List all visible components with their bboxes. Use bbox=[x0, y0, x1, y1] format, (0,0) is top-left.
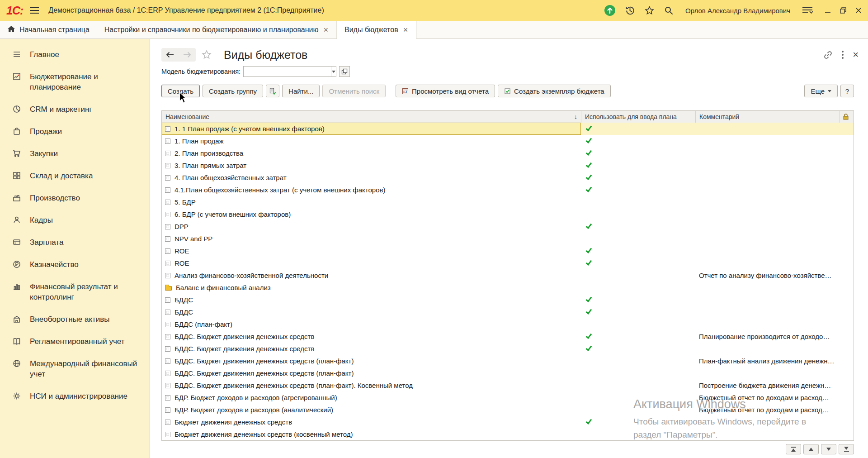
comment-cell bbox=[695, 208, 839, 220]
table-row[interactable]: 1. 1 План продаж (с учетом внешних факто… bbox=[162, 123, 854, 135]
sidebar-item-14[interactable]: НСИ и администрирование bbox=[0, 385, 149, 407]
table-row[interactable]: ROE bbox=[162, 245, 854, 257]
copy-item-button[interactable] bbox=[266, 85, 279, 97]
element-icon bbox=[165, 224, 170, 229]
back-button[interactable] bbox=[161, 48, 179, 62]
sidebar-item-9[interactable]: Казначейство bbox=[0, 253, 149, 276]
favorite-page-star-icon[interactable] bbox=[201, 49, 212, 60]
history-icon[interactable] bbox=[625, 5, 635, 16]
table-row[interactable]: 1. План продаж bbox=[162, 135, 854, 147]
create-button[interactable]: Создать bbox=[161, 85, 200, 97]
get-link-icon[interactable] bbox=[823, 50, 833, 60]
table-row[interactable]: БДДС bbox=[162, 294, 854, 306]
restore-button[interactable] bbox=[840, 7, 846, 14]
sidebar-item-8[interactable]: Зарплата bbox=[0, 231, 149, 253]
combo-dropdown-icon[interactable] bbox=[331, 67, 336, 76]
sidebar-item-12[interactable]: Регламентированный учет bbox=[0, 330, 149, 353]
table-row[interactable]: Бюджет движения денежных средств bbox=[162, 416, 854, 428]
row-name: ROE bbox=[175, 259, 189, 267]
column-header-use-plan[interactable]: Использовать для ввода плана bbox=[581, 111, 695, 123]
use-plan-cell bbox=[581, 343, 695, 355]
table-row[interactable]: 3. План прямых затрат bbox=[162, 159, 854, 172]
column-header-name[interactable]: Наименование ↓ bbox=[162, 111, 581, 123]
go-to-top-button[interactable] bbox=[786, 444, 801, 454]
row-name: 2. План производства bbox=[175, 149, 243, 157]
tab-0[interactable]: Начальная страница bbox=[0, 21, 97, 38]
create-budget-instance-label: Создать экземпляр бюджета bbox=[514, 87, 604, 95]
sidebar-item-3[interactable]: Продажи bbox=[0, 120, 149, 143]
table-row[interactable]: БДДС. Бюджет движения денежных средств (… bbox=[162, 355, 854, 367]
sidebar-item-13[interactable]: Международный финансовый учет bbox=[0, 353, 149, 385]
search-icon[interactable] bbox=[664, 5, 674, 15]
table-row[interactable]: NPV and PP bbox=[162, 233, 854, 245]
table-row[interactable]: БДР. Бюджет доходов и расходов (аналитич… bbox=[162, 404, 854, 416]
sidebar-item-6[interactable]: Производство bbox=[0, 187, 149, 209]
row-comment: Планирование производится от доходо… bbox=[699, 333, 830, 340]
tab-close-icon[interactable]: × bbox=[402, 26, 409, 34]
sidebar-item-0[interactable]: Главное bbox=[0, 43, 149, 66]
table-row[interactable]: 6. БДР (с учетом внешних факторов) bbox=[162, 208, 854, 220]
create-group-button[interactable]: Создать группу bbox=[203, 85, 263, 97]
comment-cell bbox=[695, 367, 839, 379]
forward-button[interactable] bbox=[179, 48, 196, 62]
comment-cell bbox=[695, 428, 839, 440]
table-row[interactable]: ROE bbox=[162, 257, 854, 269]
table-row[interactable]: 4. План общехозяйственных затрат bbox=[162, 172, 854, 184]
row-name: Анализ финансово-хозяйственной деятельно… bbox=[175, 272, 328, 279]
lock-cell bbox=[839, 330, 853, 343]
use-plan-cell bbox=[581, 306, 695, 318]
table-row[interactable]: 2. План производства bbox=[162, 147, 854, 159]
close-window-button[interactable] bbox=[855, 7, 862, 14]
use-plan-cell bbox=[581, 257, 695, 269]
table-row[interactable]: БДДС. Бюджет движения денежных средств (… bbox=[162, 367, 854, 379]
tab-1[interactable]: Настройки и справочники по бюджетировани… bbox=[97, 21, 337, 38]
more-button[interactable]: Еще bbox=[804, 85, 838, 97]
sidebar-item-4[interactable]: Закупки bbox=[0, 143, 149, 165]
comment-cell: Отчет по анализу финансово-хозяйстве… bbox=[695, 269, 839, 281]
tab-bar: Начальная страницаНастройки и справочник… bbox=[0, 21, 868, 39]
table-row[interactable]: БДДС (план-факт) bbox=[162, 318, 854, 330]
main-menu-icon[interactable] bbox=[29, 6, 39, 14]
table-row[interactable]: БДДС bbox=[162, 306, 854, 318]
more-actions-icon[interactable] bbox=[842, 51, 844, 59]
table-row[interactable]: 5. БДР bbox=[162, 196, 854, 208]
table-row[interactable]: Баланс и финансовый анализ bbox=[162, 281, 854, 294]
sidebar-item-2[interactable]: CRM и маркетинг bbox=[0, 98, 149, 120]
sidebar-item-10[interactable]: Финансовый результат и контроллинг bbox=[0, 276, 149, 308]
row-name: БДДС (план-факт) bbox=[175, 320, 232, 328]
table-row[interactable]: БДДС. Бюджет движения денежных средствПл… bbox=[162, 330, 854, 343]
find-button[interactable]: Найти... bbox=[282, 85, 320, 97]
sidebar-item-5[interactable]: Склад и доставка bbox=[0, 165, 149, 187]
go-to-bottom-button[interactable] bbox=[839, 444, 854, 454]
close-form-icon[interactable]: × bbox=[853, 50, 859, 60]
create-budget-instance-button[interactable]: Создать экземпляр бюджета bbox=[498, 85, 611, 97]
table-row[interactable]: Анализ финансово-хозяйственной деятельно… bbox=[162, 269, 854, 281]
name-cell: 6. БДР (с учетом внешних факторов) bbox=[162, 208, 581, 220]
service-menu-icon[interactable] bbox=[802, 6, 813, 14]
assets-icon bbox=[11, 314, 23, 324]
view-report-button[interactable]: Просмотреть вид отчета bbox=[396, 85, 495, 97]
choose-from-list-button[interactable] bbox=[339, 66, 350, 77]
page-down-button[interactable] bbox=[821, 444, 836, 454]
table-row[interactable]: Бюджет движения денежных средств (косвен… bbox=[162, 428, 854, 440]
use-plan-cell bbox=[581, 245, 695, 257]
table-row[interactable]: БДДС. Бюджет движения денежных средств bbox=[162, 343, 854, 355]
sidebar-item-11[interactable]: Внеоборотные активы bbox=[0, 308, 149, 330]
tab-2[interactable]: Виды бюджетов× bbox=[337, 21, 416, 39]
row-name: DPP bbox=[175, 223, 189, 230]
column-header-comment[interactable]: Комментарий bbox=[695, 111, 839, 123]
favorites-star-icon[interactable] bbox=[644, 5, 655, 16]
internet-support-icon[interactable] bbox=[604, 5, 616, 16]
minimize-button[interactable] bbox=[825, 7, 831, 14]
table-row[interactable]: БДР. Бюджет доходов и расходов (агрегиро… bbox=[162, 391, 854, 404]
table-row[interactable]: 4.1.План общехозяйственных затрат (с уче… bbox=[162, 184, 854, 196]
tab-close-icon[interactable]: × bbox=[322, 26, 329, 34]
sidebar-item-7[interactable]: Кадры bbox=[0, 209, 149, 231]
sidebar-item-label: НСИ и администрирование bbox=[30, 391, 127, 401]
help-button[interactable]: ? bbox=[840, 85, 854, 97]
page-up-button[interactable] bbox=[803, 444, 819, 454]
table-row[interactable]: DPP bbox=[162, 220, 854, 233]
table-row[interactable]: БДДС. Бюджет движения денежных средств (… bbox=[162, 379, 854, 391]
budget-model-input[interactable] bbox=[244, 67, 331, 76]
sidebar-item-1[interactable]: Бюджетирование и планирование bbox=[0, 66, 149, 98]
